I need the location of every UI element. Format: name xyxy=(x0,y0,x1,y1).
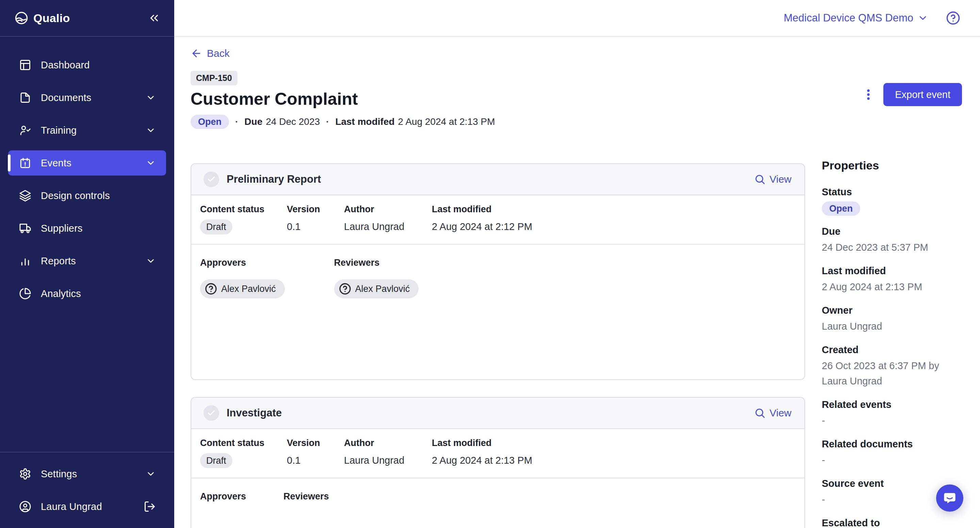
view-step-link[interactable]: View xyxy=(754,407,791,419)
property-status: Status Open xyxy=(822,185,962,216)
collapse-sidebar-icon[interactable] xyxy=(148,11,161,24)
approver-pill: Alex Pavlović xyxy=(200,279,285,298)
sidebar-footer: Settings Laura Ungrad xyxy=(0,452,174,528)
step-card-header[interactable]: Preliminary Report View xyxy=(191,164,804,195)
approver-name: Alex Pavlović xyxy=(221,284,276,294)
field-author: Author Laura Ungrad xyxy=(344,437,432,468)
sidebar-item-label: Events xyxy=(41,157,72,169)
dot-separator xyxy=(235,116,238,127)
sidebar-item-design-controls[interactable]: Design controls xyxy=(8,183,166,208)
truck-icon xyxy=(19,222,31,234)
due-label: Due xyxy=(244,116,262,127)
sidebar-item-training[interactable]: Training xyxy=(8,118,166,143)
bar-chart-icon xyxy=(19,255,31,267)
workspace-switcher[interactable]: Medical Device QMS Demo xyxy=(784,12,928,24)
reviewers-group: Reviewers xyxy=(283,491,329,502)
current-user-name: Laura Ungrad xyxy=(41,501,102,512)
qualio-logo-icon xyxy=(14,11,29,25)
step-card-header[interactable]: Investigate View xyxy=(191,398,804,429)
header-actions: Export event xyxy=(862,83,962,106)
main-area: Medical Device QMS Demo Back CMP-150 Cus… xyxy=(174,0,980,528)
step-title: Preliminary Report xyxy=(227,173,321,185)
sidebar: Qualio Dashboard Documents xyxy=(0,0,174,528)
app-window: Qualio Dashboard Documents xyxy=(0,0,980,528)
topbar: Medical Device QMS Demo xyxy=(174,0,980,37)
dot-separator xyxy=(326,116,329,127)
sidebar-item-settings[interactable]: Settings xyxy=(8,461,166,487)
property-related-events: Related events - xyxy=(822,398,962,428)
step-title: Investigate xyxy=(227,407,282,419)
back-link[interactable]: Back xyxy=(191,46,230,61)
chevron-down-icon xyxy=(146,92,156,103)
sidebar-item-documents[interactable]: Documents xyxy=(8,85,166,110)
chevron-down-icon xyxy=(146,469,156,479)
log-out-icon[interactable] xyxy=(143,501,156,513)
page-header: CMP-150 Customer Complaint Open Due 24 D… xyxy=(191,71,962,129)
field-version: Version 0.1 xyxy=(287,204,344,234)
sidebar-item-events[interactable]: Events xyxy=(8,150,166,175)
sidebar-header: Qualio xyxy=(0,0,174,37)
chat-widget-button[interactable] xyxy=(936,485,963,512)
step-people: Approvers Reviewers xyxy=(191,478,804,528)
approvers-group: Approvers xyxy=(200,491,246,502)
property-created: Created 26 Oct 2023 at 6:37 PM by Laura … xyxy=(822,343,962,389)
due-value: 24 Dec 2023 xyxy=(266,116,320,127)
step-check-icon xyxy=(204,405,219,421)
sidebar-nav: Dashboard Documents Training xyxy=(0,37,174,452)
field-version: Version 0.1 xyxy=(287,437,344,468)
chevron-down-icon xyxy=(146,256,156,266)
property-related-documents: Related documents - xyxy=(822,437,962,468)
search-icon xyxy=(754,407,765,419)
sidebar-item-label: Analytics xyxy=(41,288,81,299)
layers-icon xyxy=(19,189,31,202)
search-icon xyxy=(754,173,765,185)
workspace-name: Medical Device QMS Demo xyxy=(784,12,913,24)
event-id-badge: CMP-150 xyxy=(191,71,237,85)
sidebar-item-label: Dashboard xyxy=(41,60,90,71)
view-label: View xyxy=(770,173,791,185)
title-block: CMP-150 Customer Complaint Open Due 24 D… xyxy=(191,71,495,129)
sidebar-item-label: Training xyxy=(41,125,76,136)
property-escalated-to: Escalated to xyxy=(822,516,962,528)
sidebar-item-label: Design controls xyxy=(41,190,110,201)
page-content: Back CMP-150 Customer Complaint Open Due… xyxy=(174,37,980,528)
field-last-modified: Last modified 2 Aug 2024 at 2:12 PM xyxy=(432,204,794,234)
step-card-preliminary-report: Preliminary Report View Content status xyxy=(191,163,805,380)
property-owner: Owner Laura Ungrad xyxy=(822,304,962,334)
export-event-button[interactable]: Export event xyxy=(883,83,962,106)
sidebar-item-label: Settings xyxy=(41,468,77,480)
reviewer-pill: Alex Pavlović xyxy=(334,279,419,298)
field-content-status: Content status Draft xyxy=(200,437,287,468)
arrow-left-icon xyxy=(191,48,202,59)
status-badge: Open xyxy=(822,201,860,216)
user-circle-icon xyxy=(19,501,31,513)
user-check-icon xyxy=(19,124,31,137)
steps-column: Preliminary Report View Content status xyxy=(191,163,805,528)
field-last-modified: Last modified 2 Aug 2024 at 2:13 PM xyxy=(432,437,794,468)
property-last-modified: Last modified 2 Aug 2024 at 2:13 PM xyxy=(822,264,962,294)
step-check-icon xyxy=(204,172,219,187)
sidebar-item-suppliers[interactable]: Suppliers xyxy=(8,216,166,241)
chat-bubble-icon xyxy=(943,491,957,505)
step-people: Approvers Alex Pavlović xyxy=(191,244,804,379)
field-author: Author Laura Ungrad xyxy=(344,204,432,234)
calendar-alert-icon xyxy=(19,157,31,169)
approvers-group: Approvers Alex Pavlović xyxy=(200,257,285,298)
unknown-user-icon xyxy=(205,283,217,295)
help-circle-icon[interactable] xyxy=(946,11,960,25)
properties-panel: Properties Status Open Due 24 Dec 2023 a… xyxy=(822,158,962,528)
gear-icon xyxy=(19,468,31,480)
field-content-status: Content status Draft xyxy=(200,204,287,234)
pie-chart-icon xyxy=(19,288,31,300)
sidebar-item-user[interactable]: Laura Ungrad xyxy=(8,494,166,519)
view-step-link[interactable]: View xyxy=(754,173,791,185)
sidebar-item-reports[interactable]: Reports xyxy=(8,248,166,274)
sidebar-item-label: Reports xyxy=(41,256,76,267)
dashboard-icon xyxy=(19,59,31,71)
chevron-down-icon xyxy=(146,158,156,168)
reviewers-group: Reviewers Alex Pavlović xyxy=(334,257,419,298)
sidebar-item-dashboard[interactable]: Dashboard xyxy=(8,52,166,78)
last-modified-value: 2 Aug 2024 at 2:13 PM xyxy=(398,116,495,127)
more-options-icon[interactable] xyxy=(862,88,875,102)
sidebar-item-analytics[interactable]: Analytics xyxy=(8,281,166,306)
